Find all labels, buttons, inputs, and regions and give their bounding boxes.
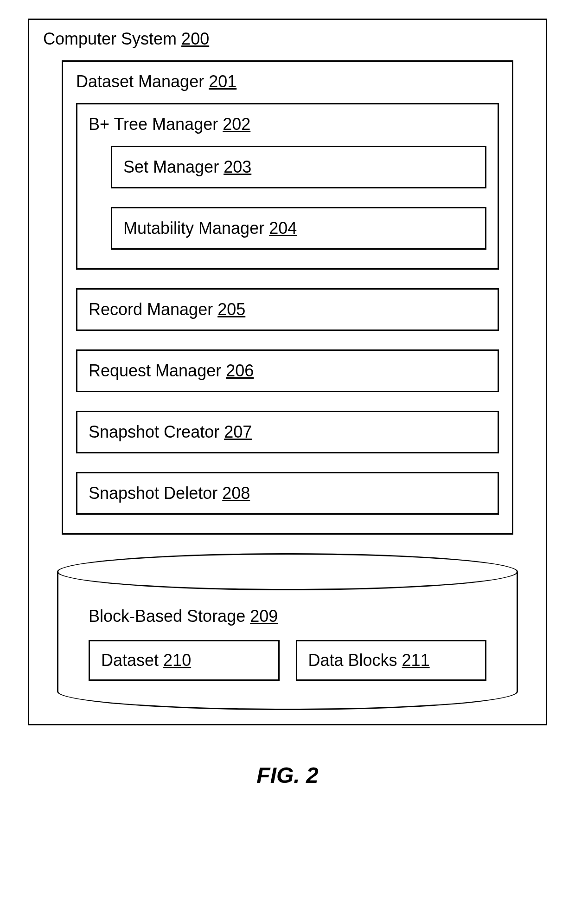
record-manager-box: Record Manager 205 [76, 288, 499, 331]
storage-inner-row: Dataset 210 Data Blocks 211 [89, 640, 486, 681]
btree-manager-num: 202 [223, 115, 250, 134]
snapshot-creator-num: 207 [224, 422, 252, 441]
data-blocks-text: Data Blocks [308, 651, 397, 670]
computer-system-num: 200 [181, 29, 209, 48]
request-manager-text: Request Manager [89, 361, 221, 380]
data-blocks-num: 211 [402, 651, 430, 670]
block-storage-num: 209 [250, 607, 278, 626]
block-storage-text: Block-Based Storage [89, 607, 245, 626]
snapshot-deletor-text: Snapshot Deletor [89, 484, 217, 503]
request-manager-box: Request Manager 206 [76, 349, 499, 392]
mutability-manager-text: Mutability Manager [123, 219, 264, 238]
block-storage-cylinder: Block-Based Storage 209 Dataset 210 Data… [57, 572, 518, 710]
snapshot-deletor-num: 208 [222, 484, 250, 503]
dataset-manager-label: Dataset Manager 201 [76, 72, 499, 91]
dataset-num: 210 [163, 651, 191, 670]
request-manager-num: 206 [226, 361, 254, 380]
record-manager-num: 205 [217, 300, 245, 319]
computer-system-label: Computer System 200 [43, 29, 532, 49]
set-manager-text: Set Manager [123, 157, 219, 176]
cylinder-top-ellipse [57, 553, 518, 590]
computer-system-text: Computer System [43, 29, 177, 48]
mutability-manager-num: 204 [269, 219, 297, 238]
record-manager-text: Record Manager [89, 300, 213, 319]
btree-manager-text: B+ Tree Manager [89, 115, 218, 134]
block-storage-label: Block-Based Storage 209 [89, 607, 498, 626]
figure-caption: FIG. 2 [28, 762, 547, 788]
dataset-manager-box: Dataset Manager 201 B+ Tree Manager 202 … [62, 60, 513, 535]
dataset-text: Dataset [101, 651, 159, 670]
snapshot-creator-box: Snapshot Creator 207 [76, 411, 499, 453]
cylinder-body: Block-Based Storage 209 Dataset 210 Data… [77, 607, 498, 681]
snapshot-creator-text: Snapshot Creator [89, 422, 219, 441]
dataset-box: Dataset 210 [89, 640, 280, 681]
storage-cylinder-wrap: Block-Based Storage 209 Dataset 210 Data… [57, 553, 518, 710]
set-manager-box: Set Manager 203 [111, 146, 486, 188]
dataset-manager-text: Dataset Manager [76, 72, 204, 91]
data-blocks-box: Data Blocks 211 [296, 640, 487, 681]
mutability-manager-box: Mutability Manager 204 [111, 207, 486, 250]
snapshot-deletor-box: Snapshot Deletor 208 [76, 472, 499, 515]
dataset-manager-num: 201 [209, 72, 236, 91]
btree-manager-label: B+ Tree Manager 202 [89, 115, 486, 134]
set-manager-num: 203 [224, 157, 251, 176]
computer-system-box: Computer System 200 Dataset Manager 201 … [28, 19, 547, 725]
btree-manager-box: B+ Tree Manager 202 Set Manager 203 Muta… [76, 103, 499, 270]
